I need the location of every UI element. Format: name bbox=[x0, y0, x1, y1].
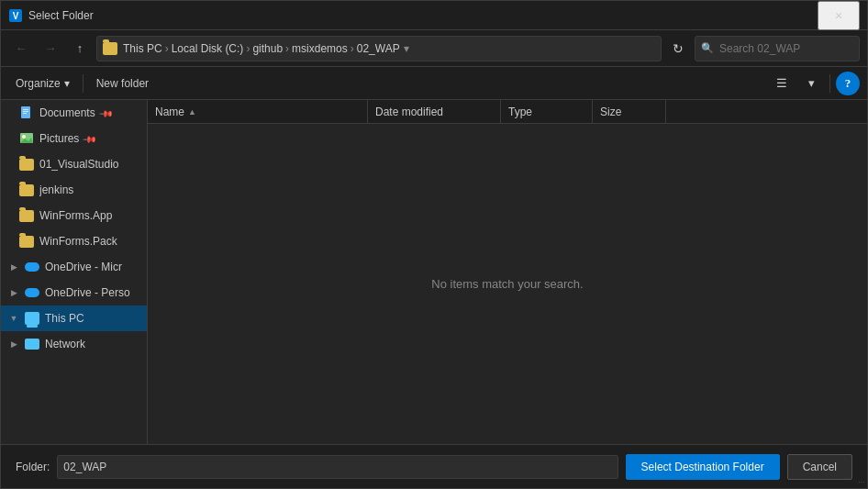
file-list-body: No items match your search. bbox=[148, 124, 867, 444]
onedrive-perso-expander: ▶ bbox=[8, 287, 19, 298]
breadcrumb-part-github: github bbox=[252, 42, 283, 55]
thispc-expander: ▼ bbox=[8, 313, 19, 324]
folder-icon-01vs bbox=[19, 159, 34, 171]
thispc-icon bbox=[25, 312, 39, 325]
help-button[interactable]: ? bbox=[836, 72, 860, 95]
organize-button[interactable]: Organize ▾ bbox=[8, 72, 77, 95]
sidebar-item-onedrive-perso[interactable]: ▶ OneDrive - Perso bbox=[1, 280, 147, 306]
breadcrumb-part-localdisk: Local Disk (C:) bbox=[172, 42, 244, 55]
network-expander: ▶ bbox=[8, 339, 19, 350]
pictures-pin-icon: 📌 bbox=[83, 131, 97, 146]
sidebar-item-jenkins[interactable]: jenkins bbox=[1, 177, 147, 203]
refresh-button[interactable]: ↻ bbox=[665, 36, 691, 61]
organize-label: Organize bbox=[16, 77, 61, 90]
view-dropdown-button[interactable]: ▾ bbox=[798, 72, 824, 95]
documents-pin-icon: 📌 bbox=[99, 106, 114, 120]
resize-dots: ⋯ bbox=[858, 479, 865, 486]
breadcrumb-part-thispc: This PC bbox=[123, 42, 162, 55]
main-content: Documents 📌 Pictures 📌 01_VisualSt bbox=[1, 100, 867, 444]
onedrive-micro-icon bbox=[25, 262, 39, 272]
col-date-label: Date modified bbox=[375, 106, 443, 118]
svg-text:V: V bbox=[13, 11, 19, 21]
breadcrumb[interactable]: This PC › Local Disk (C:) › github › msi… bbox=[96, 36, 662, 61]
folder-icon-winforms-app bbox=[19, 210, 34, 222]
folder-icon-winforms-pack bbox=[19, 236, 34, 248]
new-folder-label: New folder bbox=[96, 77, 149, 90]
col-header-name[interactable]: Name ▲ bbox=[148, 100, 368, 123]
empty-message: No items match your search. bbox=[431, 277, 583, 291]
address-bar: ← → ↑ This PC › Local Disk (C:) › github… bbox=[1, 30, 867, 67]
sidebar-item-network[interactable]: ▶ Network bbox=[1, 331, 147, 357]
jenkins-label: jenkins bbox=[39, 183, 73, 196]
sidebar-item-thispc[interactable]: ▼ This PC bbox=[1, 306, 147, 331]
svg-rect-2 bbox=[21, 106, 30, 118]
resize-handle[interactable]: ⋯ bbox=[854, 475, 867, 488]
breadcrumb-folder-icon bbox=[103, 42, 117, 55]
sidebar-item-onedrive-micro[interactable]: ▶ OneDrive - Micr bbox=[1, 254, 147, 280]
col-type-label: Type bbox=[508, 106, 532, 118]
close-button[interactable]: × bbox=[818, 1, 860, 30]
title-bar: V Select Folder × bbox=[1, 1, 867, 30]
col-name-label: Name bbox=[155, 106, 184, 118]
view-button[interactable]: ☰ bbox=[769, 72, 795, 95]
col-header-date[interactable]: Date modified bbox=[368, 100, 501, 123]
toolbar: Organize ▾ New folder ☰ ▾ ? bbox=[1, 67, 867, 100]
winforms-pack-label: WinForms.Pack bbox=[39, 235, 117, 248]
select-destination-button[interactable]: Select Destination Folder bbox=[626, 454, 780, 480]
breadcrumb-part-02wap: 02_WAP bbox=[357, 42, 400, 55]
search-input[interactable] bbox=[695, 36, 860, 61]
svg-rect-3 bbox=[23, 109, 28, 110]
view-icon: ☰ bbox=[776, 76, 787, 90]
documents-label: Documents bbox=[39, 106, 95, 119]
thispc-label: This PC bbox=[45, 312, 84, 325]
onedrive-perso-label: OneDrive - Perso bbox=[45, 286, 130, 299]
cancel-button[interactable]: Cancel bbox=[787, 454, 852, 480]
forward-button[interactable]: → bbox=[38, 36, 63, 61]
dialog-window: V Select Folder × ← → ↑ This PC › Local … bbox=[0, 0, 868, 489]
search-wrapper: 🔍 bbox=[695, 36, 860, 61]
01visualstudio-label: 01_VisualStudio bbox=[39, 158, 119, 171]
svg-rect-4 bbox=[23, 111, 28, 112]
toolbar-separator bbox=[83, 74, 83, 93]
onedrive-micro-label: OneDrive - Micr bbox=[45, 261, 122, 273]
breadcrumb-part-msixdemos: msixdemos bbox=[292, 42, 348, 55]
network-label: Network bbox=[45, 338, 85, 350]
app-icon: V bbox=[8, 8, 23, 23]
toolbar-separator-2 bbox=[829, 74, 830, 93]
sidebar: Documents 📌 Pictures 📌 01_VisualSt bbox=[1, 100, 148, 444]
toolbar-right: ☰ ▾ ? bbox=[769, 72, 860, 95]
onedrive-perso-icon bbox=[25, 288, 39, 297]
pictures-label: Pictures bbox=[39, 132, 79, 145]
sidebar-item-pictures[interactable]: Pictures 📌 bbox=[1, 126, 147, 151]
sidebar-item-winforms-pack[interactable]: WinForms.Pack bbox=[1, 228, 147, 254]
svg-rect-5 bbox=[23, 113, 27, 114]
up-button[interactable]: ↑ bbox=[67, 36, 93, 61]
back-button[interactable]: ← bbox=[8, 36, 34, 61]
onedrive-micro-expander: ▶ bbox=[8, 261, 19, 272]
folder-icon-jenkins bbox=[19, 184, 34, 196]
network-icon bbox=[25, 339, 39, 350]
file-list: Name ▲ Date modified Type Size No items … bbox=[148, 100, 867, 444]
folder-input[interactable] bbox=[57, 455, 618, 479]
col-size-label: Size bbox=[600, 106, 621, 118]
winforms-app-label: WinForms.App bbox=[39, 209, 112, 222]
new-folder-button[interactable]: New folder bbox=[89, 72, 156, 95]
documents-icon bbox=[19, 106, 34, 120]
sidebar-item-documents[interactable]: Documents 📌 bbox=[1, 100, 147, 126]
sort-arrow-name: ▲ bbox=[188, 107, 196, 117]
bottom-bar: Folder: Select Destination Folder Cancel bbox=[1, 444, 867, 488]
title-bar-text: Select Folder bbox=[28, 9, 818, 22]
sidebar-item-winforms-app[interactable]: WinForms.App bbox=[1, 203, 147, 228]
pictures-icon bbox=[19, 131, 34, 146]
file-list-header: Name ▲ Date modified Type Size bbox=[148, 100, 867, 124]
sidebar-item-01visualstudio[interactable]: 01_VisualStudio bbox=[1, 151, 147, 177]
svg-point-7 bbox=[22, 135, 26, 139]
organize-arrow: ▾ bbox=[64, 77, 70, 90]
col-header-type[interactable]: Type bbox=[501, 100, 593, 123]
col-header-size[interactable]: Size bbox=[593, 100, 666, 123]
breadcrumb-dropdown-arrow[interactable]: ▾ bbox=[404, 42, 409, 55]
folder-label: Folder: bbox=[16, 461, 50, 473]
